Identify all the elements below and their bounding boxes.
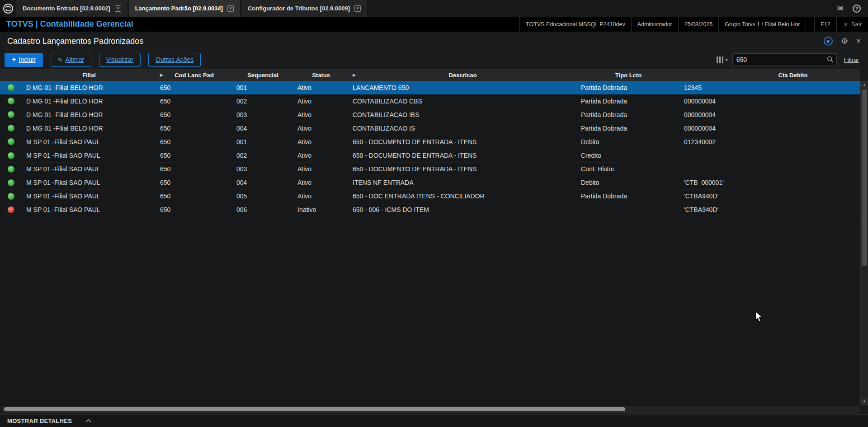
cell-cod-lanc-pad: 650 [156,179,232,186]
tab-label: Documento Entrada [02.9.0002] [23,5,110,12]
gear-icon[interactable]: ⚙ [841,36,848,46]
table-row[interactable]: D MG 01 -Filial BELO HOR 650 004 Ativo C… [0,122,860,135]
tab-documento-entrada[interactable]: Documento Entrada [02.9.0002] × [16,0,127,17]
cell-descricao: 650 - DOC ENTRADA ITENS - CONCILIADOR [349,192,577,200]
exit-x-icon: × [844,21,848,28]
tab-close-icon[interactable]: × [227,5,234,12]
cell-sequencial: 003 [232,165,293,173]
vertical-scrollbar[interactable]: ▲ ▼ [860,81,868,405]
cell-status: Ativo [293,98,349,105]
search-box [732,53,837,66]
cell-sequencial: 004 [232,179,293,186]
f12-button[interactable]: F12 [814,17,837,32]
page-title: Cadastro Lançamentos Padronizados [7,37,143,46]
table-row[interactable]: M SP 01 -Filial SAO PAUL 650 003 Ativo 6… [0,163,860,176]
cell-cta-debito: 000000004 [680,98,860,105]
user-info: Administrador [631,17,678,32]
table-row[interactable]: D MG 01 -Filial BELO HOR 650 001 Ativo L… [0,81,860,94]
tab-close-icon[interactable]: × [115,5,121,12]
filtrar-link[interactable]: Filtrar [844,56,859,63]
close-window-icon[interactable]: × [856,37,861,46]
record-status-dot [8,206,14,213]
cell-descricao: 650 - 006 - ICMS DO ITEM [349,206,577,213]
records-grid: Filial ▶ Cod Lanc Pad Sequencial Status … [0,69,860,406]
header-sequencial[interactable]: Sequencial [232,69,293,81]
cell-descricao: CONTABILIZACAO IBS [349,111,577,118]
cell-status: Ativo [293,152,349,159]
scroll-up-icon[interactable]: ▲ [861,81,868,89]
cell-sequencial: 002 [232,152,293,159]
e-badge-icon[interactable]: e [824,37,833,46]
incluir-button[interactable]: + Incluir [5,53,43,67]
cell-filial: D MG 01 -Filial BELO HOR [22,111,156,118]
cell-filial: D MG 01 -Filial BELO HOR [22,125,156,132]
cell-filial: D MG 01 -Filial BELO HOR [22,98,156,105]
vertical-scroll-thumb[interactable] [862,89,867,266]
environment-info: TOTVS Educacional MSSQL P2410dev [519,17,631,32]
cell-status: Inativo [293,206,349,213]
mostrar-detalhes-label[interactable]: MOSTRAR DETALHES [7,418,72,424]
visualizar-button[interactable]: Visualizar [99,53,141,67]
app-window: Documento Entrada [02.9.0002] × Lançamen… [0,0,868,427]
cell-tipo-lcto: Debito [577,138,680,145]
cell-cta-debito: 000000004 [680,125,860,132]
branch-info[interactable]: Grupo Totvs 1 / Filial Belo Hor [718,17,806,32]
record-status-dot [8,111,14,118]
search-input[interactable] [732,53,837,66]
table-row[interactable]: D MG 01 -Filial BELO HOR 650 002 Ativo C… [0,94,860,108]
search-icon[interactable] [827,56,834,65]
scroll-down-icon[interactable]: ▼ [861,398,868,405]
cell-cod-lanc-pad: 650 [156,84,232,91]
table-row[interactable]: M SP 01 -Filial SAO PAUL 650 005 Ativo 6… [0,190,860,203]
tab-close-icon[interactable]: × [354,5,361,12]
cell-cod-lanc-pad: 650 [156,206,232,213]
column-group-arrow-icon: ▶ [160,73,163,77]
tab-lancamento-padrao[interactable]: Lançamento Padrão [02.9.0034] × [129,0,240,17]
horizontal-scrollbar[interactable] [2,406,859,413]
table-row[interactable]: M SP 01 -Filial SAO PAUL 650 002 Ativo 6… [0,149,860,162]
cell-descricao: 650 - DOCUMENTO DE ENTRADA - ITENS [349,152,577,159]
app-header: TOTVS | Contabilidade Gerencial TOTVS Ed… [0,17,868,32]
record-status-dot [8,166,14,173]
header-tipo-lcto[interactable]: Tipo Lcto [577,69,680,81]
chevron-down-icon[interactable]: ▾ [726,57,728,62]
alterar-button[interactable]: ✎ Alterar [51,53,91,67]
header-filial[interactable]: Filial [22,69,156,81]
table-row[interactable]: D MG 01 -Filial BELO HOR 650 003 Ativo C… [0,108,860,122]
mail-icon[interactable]: ✉ [837,4,844,13]
cell-tipo-lcto: Partida Dobrada [577,192,680,200]
cell-cta-debito: 012340002 [680,138,860,145]
cell-filial: M SP 01 -Filial SAO PAUL [22,192,156,200]
tab-configurador-tributos[interactable]: Configurador de Tributos [02.9.0009] × [241,0,367,17]
cell-descricao: 650 - DOCUMENTO DE ENTRADA - ITENS [349,138,577,145]
cell-sequencial: 003 [232,111,293,118]
cell-cod-lanc-pad: 650 [156,192,232,200]
exit-button[interactable]: × Sair [837,17,868,32]
tab-label: Configurador de Tributos [02.9.0009] [248,5,350,12]
header-descricao[interactable]: ▶ Descricao [349,69,577,81]
header-cod-lanc-pad[interactable]: ▶ Cod Lanc Pad [156,69,232,81]
record-status-dot [8,98,14,104]
cell-filial: M SP 01 -Filial SAO PAUL [22,179,156,186]
record-status-dot [8,84,14,91]
table-row[interactable]: M SP 01 -Filial SAO PAUL 650 006 Inativo… [0,203,860,217]
cell-cod-lanc-pad: 650 [156,138,232,145]
table-body: D MG 01 -Filial BELO HOR 650 001 Ativo L… [0,81,860,406]
help-icon[interactable]: ? [853,5,861,13]
cell-tipo-lcto: Debito [577,179,680,186]
chevron-up-icon[interactable] [85,419,91,425]
columns-icon[interactable] [717,56,723,63]
table-row[interactable]: M SP 01 -Filial SAO PAUL 650 004 Ativo I… [0,176,860,190]
header-cta-debito[interactable]: Cta Debito [680,69,860,81]
totvs-logo-icon[interactable] [0,0,16,17]
cell-sequencial: 001 [232,138,293,145]
cell-status: Ativo [293,138,349,145]
cell-descricao: 650 - DOCUMENTO DE ENTRADA - ITENS [349,165,577,173]
outras-acoes-button[interactable]: Outras Ações [148,53,201,67]
horizontal-scroll-thumb[interactable] [4,407,625,411]
footer-bar: MOSTRAR DETALHES [0,414,868,427]
table-row[interactable]: M SP 01 -Filial SAO PAUL 650 001 Ativo 6… [0,135,860,149]
tab-label: Lançamento Padrão [02.9.0034] [135,5,223,12]
cell-tipo-lcto: Partida Dobrada [577,98,680,105]
header-status[interactable]: Status [293,69,349,81]
